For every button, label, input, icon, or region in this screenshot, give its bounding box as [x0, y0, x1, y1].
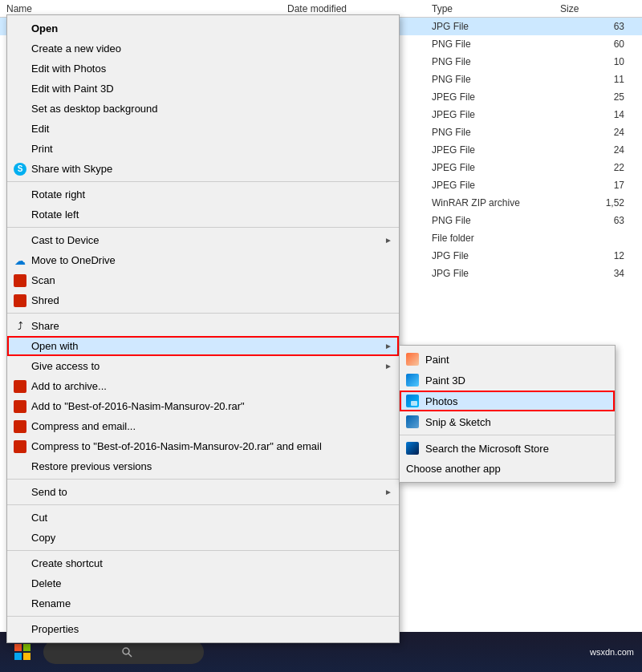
- menu-item-edit[interactable]: Edit: [7, 119, 399, 139]
- menu-item-label: Create shortcut: [31, 557, 103, 569]
- header-size: Size: [560, 3, 624, 14]
- photos-icon: [406, 395, 419, 407]
- menu-item-label: Share with Skype: [31, 163, 112, 175]
- menu-item-copy[interactable]: Copy: [7, 528, 399, 548]
- menu-item-open-with[interactable]: Open with ►: [7, 336, 399, 356]
- menu-item-cut[interactable]: Cut: [7, 508, 399, 528]
- menu-item-move-onedrive[interactable]: ☁ Move to OneDrive: [7, 250, 399, 270]
- submenu-item-search-store[interactable]: Search the Microsoft Store: [400, 438, 615, 459]
- menu-separator: [7, 550, 399, 551]
- menu-item-print[interactable]: Print: [7, 139, 399, 159]
- submenu-item-photos[interactable]: Photos: [400, 391, 615, 411]
- menu-item-shred[interactable]: Shred: [7, 290, 399, 310]
- onedrive-icon: ☁: [14, 254, 26, 267]
- menu-item-compress-email[interactable]: Compress and email...: [7, 416, 399, 436]
- menu-icon: S: [12, 161, 28, 177]
- file-type: JPG File: [432, 250, 560, 261]
- menu-item-add-to-rar[interactable]: Add to "Best-of-2016-Nasim-Mansurov-20.r…: [7, 396, 399, 416]
- file-size: 12: [560, 250, 624, 261]
- menu-item-edit-with-photos[interactable]: Edit with Photos: [7, 59, 399, 79]
- menu-item-label: Rotate right: [31, 188, 85, 200]
- menu-item-label: Cut: [31, 512, 47, 524]
- menu-item-properties[interactable]: Properties: [7, 619, 399, 639]
- svg-point-4: [123, 648, 129, 654]
- menu-item-label: Edit with Photos: [31, 63, 106, 75]
- submenu-item-paint[interactable]: Paint: [400, 349, 615, 370]
- menu-item-label: Open: [31, 22, 58, 34]
- winrar-icon: [14, 274, 26, 287]
- menu-item-set-desktop-bg[interactable]: Set as desktop background: [7, 99, 399, 119]
- menu-item-rotate-left[interactable]: Rotate left: [7, 204, 399, 225]
- file-size: 11: [560, 74, 624, 85]
- menu-item-label: Delete: [31, 577, 62, 589]
- file-size: 63: [560, 215, 624, 226]
- menu-item-scan[interactable]: Scan: [7, 270, 399, 290]
- submenu-item-snip-sketch[interactable]: Snip & Sketch: [400, 411, 615, 432]
- menu-item-send-to[interactable]: Send to ►: [7, 482, 399, 502]
- menu-separator: [7, 313, 399, 314]
- file-size: 24: [560, 127, 624, 138]
- menu-item-give-access[interactable]: Give access to ►: [7, 356, 399, 376]
- menu-icon: ⤴: [12, 318, 28, 334]
- file-size: 63: [560, 21, 624, 32]
- menu-item-edit-with-paint3d[interactable]: Edit with Paint 3D: [7, 79, 399, 99]
- winrar-icon: [14, 420, 26, 433]
- menu-item-label: Cast to Device: [31, 234, 100, 246]
- menu-item-label: Compress and email...: [31, 420, 136, 432]
- menu-item-delete[interactable]: Delete: [7, 573, 399, 593]
- menu-item-rename[interactable]: Rename: [7, 593, 399, 613]
- menu-item-create-new-video[interactable]: Create a new video: [7, 38, 399, 59]
- menu-item-open[interactable]: Open: [7, 18, 399, 38]
- file-type: JPEG File: [432, 109, 560, 120]
- menu-separator: [7, 181, 399, 182]
- submenu-item-label: Choose another app: [406, 463, 501, 475]
- menu-separator: [7, 504, 399, 505]
- menu-item-compress-to-rar-email[interactable]: Compress to "Best-of-2016-Nasim-Mansurov…: [7, 436, 399, 456]
- paint-icon: [406, 353, 419, 366]
- skype-icon: S: [14, 163, 26, 176]
- file-type: JPEG File: [432, 162, 560, 173]
- file-size: 14: [560, 109, 624, 120]
- header-type: Type: [432, 3, 560, 14]
- menu-item-share-skype[interactable]: S Share with Skype: [7, 159, 399, 179]
- context-menu: Open Create a new video Edit with Photos…: [6, 14, 400, 643]
- snip-icon: [406, 415, 419, 428]
- menu-item-label: Move to OneDrive: [31, 254, 116, 266]
- menu-item-label: Add to archive...: [31, 380, 107, 392]
- file-type: PNG File: [432, 74, 560, 85]
- file-size: 10: [560, 56, 624, 67]
- submenu-separator: [400, 435, 615, 435]
- menu-item-label: Edit: [31, 123, 49, 135]
- submenu-item-label: Photos: [425, 395, 457, 407]
- menu-item-label: Copy: [31, 532, 55, 544]
- menu-item-rotate-right[interactable]: Rotate right: [7, 184, 399, 204]
- menu-item-share[interactable]: ⤴ Share: [7, 316, 399, 336]
- file-type: PNG File: [432, 56, 560, 67]
- submenu: Paint Paint 3D Photos Snip & Sketch Sear…: [399, 345, 616, 483]
- share-icon: ⤴: [18, 320, 23, 332]
- menu-item-add-archive[interactable]: Add to archive...: [7, 376, 399, 396]
- menu-item-label: Edit with Paint 3D: [31, 83, 114, 95]
- menu-separator: [7, 616, 399, 617]
- menu-item-label: Restore previous versions: [31, 460, 152, 472]
- winrar-icon: [14, 440, 26, 453]
- menu-item-restore-versions[interactable]: Restore previous versions: [7, 456, 399, 476]
- file-type: JPEG File: [432, 91, 560, 103]
- file-type: PNG File: [432, 127, 560, 138]
- submenu-item-choose-app[interactable]: Choose another app: [400, 459, 615, 479]
- taskbar-search[interactable]: [43, 640, 204, 664]
- submenu-item-label: Search the Microsoft Store: [425, 443, 549, 455]
- submenu-item-paint3d[interactable]: Paint 3D: [400, 370, 615, 391]
- submenu-arrow: ►: [384, 488, 392, 496]
- file-type: WinRAR ZIP archive: [432, 197, 560, 208]
- submenu-item-label: Paint: [425, 354, 449, 366]
- menu-item-create-shortcut[interactable]: Create shortcut: [7, 553, 399, 573]
- menu-item-label: Rotate left: [31, 208, 79, 221]
- file-type: JPEG File: [432, 180, 560, 191]
- menu-item-label: Open with: [31, 340, 79, 352]
- menu-icon: [12, 379, 28, 395]
- menu-item-cast-device[interactable]: Cast to Device ►: [7, 230, 399, 250]
- file-type: JPG File: [432, 21, 560, 32]
- svg-rect-0: [14, 644, 22, 651]
- file-size: 22: [560, 162, 624, 173]
